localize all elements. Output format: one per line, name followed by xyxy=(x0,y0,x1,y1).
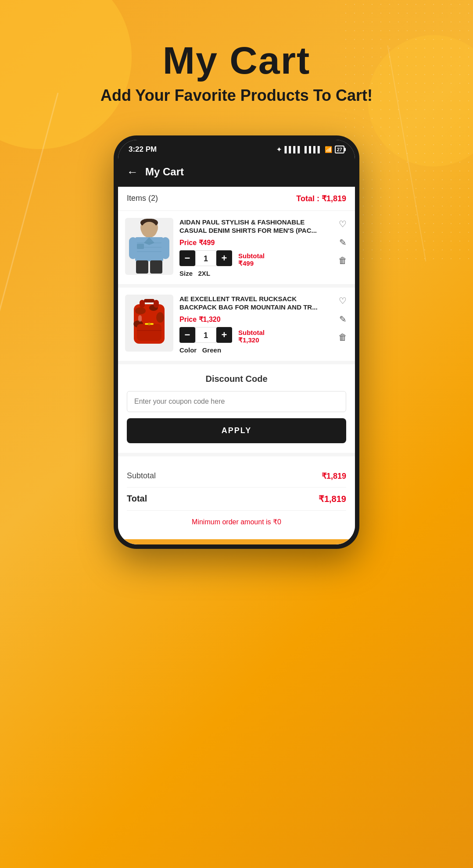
svg-point-2 xyxy=(141,222,157,238)
item-image-svg-1 xyxy=(127,219,171,274)
status-bar: 3:22 PM ✦ ▌▌▌▌ ▌▌▌▌ 📶 27 xyxy=(118,140,355,157)
subtotal-val-2: ₹1,320 xyxy=(238,336,265,344)
total-label: Total : xyxy=(296,194,319,203)
svg-point-14 xyxy=(135,307,146,314)
coupon-input[interactable] xyxy=(127,391,346,412)
signal-icon-1: ▌▌▌▌ xyxy=(284,146,302,153)
item-name-2: AE EXCELLENT TRAVEL RUCKSACK BACKPACK BA… xyxy=(179,295,332,312)
item-image-svg-2 xyxy=(127,295,171,350)
qty-control-1: − 1 + xyxy=(179,250,232,266)
back-button[interactable]: ← xyxy=(127,165,138,179)
item-attr-2: Color Green xyxy=(179,346,332,354)
svg-rect-8 xyxy=(137,244,144,249)
price-label-1: Price xyxy=(179,239,197,246)
items-summary-bar: Items (2) Total : ₹1,819 xyxy=(118,187,355,211)
subtotal-row-label: Subtotal xyxy=(127,471,156,480)
item-price-2: Price ₹1,320 xyxy=(179,315,332,324)
order-summary: Subtotal ₹1,819 Total ₹1,819 Minimum ord… xyxy=(118,456,355,539)
svg-point-16 xyxy=(156,312,164,323)
subtotal-block-2: Subtotal ₹1,320 xyxy=(238,329,265,344)
subtotal-label-2: Subtotal xyxy=(238,329,265,336)
item-price-1: Price ₹499 xyxy=(179,238,332,247)
phone-container: 3:22 PM ✦ ▌▌▌▌ ▌▌▌▌ 📶 27 ← My Cart Items… xyxy=(0,135,473,549)
total-row: Total ₹1,819 xyxy=(127,487,346,511)
wishlist-icon-1[interactable]: ♡ xyxy=(337,218,349,230)
items-total: Total : ₹1,819 xyxy=(296,194,346,203)
subtotal-val-1: ₹499 xyxy=(238,260,265,267)
total-row-value: ₹1,819 xyxy=(319,494,346,504)
app-header-title: My Cart xyxy=(145,166,184,178)
attr-value-2: Green xyxy=(202,346,221,354)
svg-rect-21 xyxy=(138,315,142,322)
min-order-note: Minimum order amount is ₹0 xyxy=(127,511,346,530)
bottom-bar xyxy=(118,539,355,544)
signal-icon-2: ▌▌▌▌ xyxy=(305,146,322,153)
svg-rect-25 xyxy=(137,324,161,341)
attr-value-1: 2XL xyxy=(198,270,211,277)
status-icons: ✦ ▌▌▌▌ ▌▌▌▌ 📶 27 xyxy=(276,146,344,153)
qty-subtotal-row-2: − 1 + Subtotal ₹1,320 xyxy=(179,327,332,346)
total-row-label: Total xyxy=(127,494,147,504)
subtotal-label-1: Subtotal xyxy=(238,252,265,260)
item-actions-1: ♡ ✎ 🗑 xyxy=(337,218,349,267)
qty-plus-btn-1[interactable]: + xyxy=(216,250,232,266)
attr-label-1: Size xyxy=(179,270,193,277)
qty-subtotal-row-1: − 1 + Subtotal ₹499 xyxy=(179,250,332,270)
qty-value-1: 1 xyxy=(195,250,216,266)
status-time: 3:22 PM xyxy=(129,145,157,154)
discount-section: Discount Code APPLY xyxy=(118,364,355,453)
item-image-2 xyxy=(125,295,173,352)
discount-title: Discount Code xyxy=(127,374,346,384)
item-image-1 xyxy=(125,218,173,275)
cart-content: Items (2) Total : ₹1,819 xyxy=(118,187,355,544)
cart-item-1: AIDAN PAUL STYLISH & FASHIONABLE CASUAL … xyxy=(118,211,355,284)
qty-control-2: − 1 + xyxy=(179,327,232,343)
bluetooth-icon: ✦ xyxy=(276,146,282,153)
phone-screen: 3:22 PM ✦ ▌▌▌▌ ▌▌▌▌ 📶 27 ← My Cart Items… xyxy=(118,140,355,544)
svg-rect-12 xyxy=(150,260,162,274)
edit-icon-1[interactable]: ✎ xyxy=(337,236,349,249)
svg-rect-10 xyxy=(161,237,169,259)
svg-rect-11 xyxy=(136,260,148,274)
subtotal-row-value: ₹1,819 xyxy=(322,471,346,481)
edit-icon-2[interactable]: ✎ xyxy=(337,313,349,325)
qty-value-2: 1 xyxy=(195,327,216,343)
item-details-1: AIDAN PAUL STYLISH & FASHIONABLE CASUAL … xyxy=(179,218,348,277)
svg-rect-24 xyxy=(144,299,154,302)
items-count: Items (2) xyxy=(127,194,158,203)
apply-button[interactable]: APPLY xyxy=(127,418,346,443)
price-value-1: ₹499 xyxy=(199,239,215,246)
subtotal-block-1: Subtotal ₹499 xyxy=(238,252,265,267)
item-attr-1: Size 2XL xyxy=(179,270,332,277)
page-subtitle: Add Your Favorite Products To Cart! xyxy=(0,86,473,105)
item-actions-2: ♡ ✎ 🗑 xyxy=(337,295,349,344)
cart-item-2: AE EXCELLENT TRAVEL RUCKSACK BACKPACK BA… xyxy=(118,288,355,361)
svg-rect-9 xyxy=(129,237,137,259)
wishlist-icon-2[interactable]: ♡ xyxy=(337,295,349,307)
subtotal-row: Subtotal ₹1,819 xyxy=(127,465,346,487)
phone-mockup: 3:22 PM ✦ ▌▌▌▌ ▌▌▌▌ 📶 27 ← My Cart Items… xyxy=(114,135,359,549)
qty-plus-btn-2[interactable]: + xyxy=(216,327,232,343)
page-header: My Cart Add Your Favorite Products To Ca… xyxy=(0,0,473,122)
svg-point-28 xyxy=(148,323,150,325)
item-details-2: AE EXCELLENT TRAVEL RUCKSACK BACKPACK BA… xyxy=(179,295,348,354)
page-title: My Cart xyxy=(0,39,473,82)
total-value: ₹1,819 xyxy=(322,194,346,203)
item-name-1: AIDAN PAUL STYLISH & FASHIONABLE CASUAL … xyxy=(179,218,332,235)
qty-minus-btn-1[interactable]: − xyxy=(179,250,195,266)
qty-minus-btn-2[interactable]: − xyxy=(179,327,195,343)
attr-label-2: Color xyxy=(179,346,197,354)
wifi-icon: 📶 xyxy=(325,146,332,153)
delete-icon-1[interactable]: 🗑 xyxy=(337,255,349,267)
price-value-2: ₹1,320 xyxy=(199,316,221,323)
battery-indicator: 27 xyxy=(335,146,344,153)
delete-icon-2[interactable]: 🗑 xyxy=(337,331,349,344)
app-header: ← My Cart xyxy=(118,157,355,187)
price-label-2: Price xyxy=(179,316,197,323)
